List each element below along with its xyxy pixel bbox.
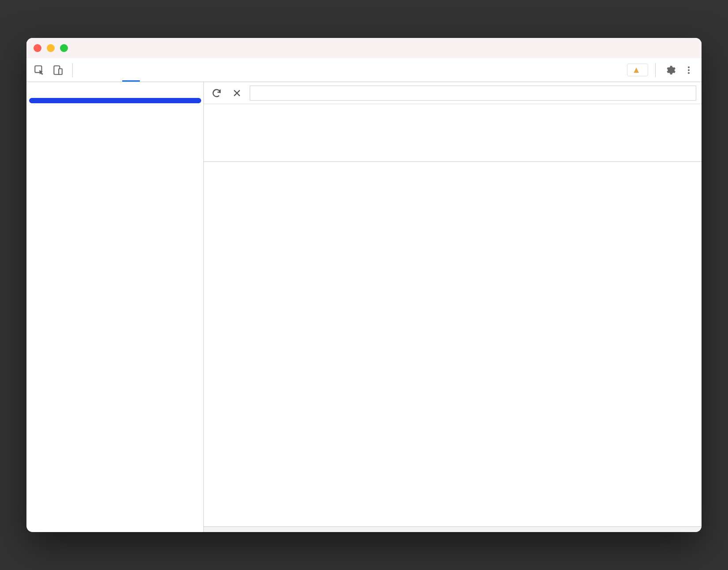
refresh-icon[interactable] <box>209 86 224 101</box>
svg-rect-2 <box>59 68 62 74</box>
filter-input[interactable] <box>250 86 696 101</box>
close-window-button[interactable] <box>34 44 41 52</box>
tab-application[interactable] <box>122 58 140 82</box>
divider <box>72 63 73 77</box>
application-sidebar <box>26 82 204 532</box>
warnings-badge[interactable]: ▲ <box>627 64 648 76</box>
device-toggle-icon[interactable] <box>50 63 65 78</box>
divider <box>655 63 656 77</box>
preview-placeholder <box>204 161 702 526</box>
background-services-section-label <box>26 94 203 98</box>
annotation-highlight <box>29 98 201 103</box>
tab-sources[interactable] <box>105 58 122 82</box>
storage-section-label <box>26 82 203 86</box>
kebab-menu-icon[interactable] <box>681 63 696 78</box>
tab-elements[interactable] <box>87 58 105 82</box>
warning-triangle-icon: ▲ <box>632 65 641 75</box>
footer-total-entries <box>204 526 702 532</box>
settings-gear-icon[interactable] <box>663 63 678 78</box>
tab-console[interactable] <box>140 58 158 82</box>
svg-point-5 <box>688 72 690 74</box>
cache-toolbar <box>204 82 702 104</box>
titlebar <box>26 38 702 58</box>
panel-tabs <box>87 58 175 82</box>
tabs-overflow[interactable] <box>158 58 175 82</box>
svg-point-4 <box>688 69 690 71</box>
minimize-window-button[interactable] <box>47 44 55 52</box>
devtools-window: ▲ <box>26 38 702 532</box>
delete-icon[interactable] <box>229 86 244 101</box>
cache-storage-panel <box>204 82 702 532</box>
traffic-lights <box>34 44 68 52</box>
inspect-element-icon[interactable] <box>32 63 47 78</box>
devtools-toolbar: ▲ <box>26 58 702 82</box>
svg-point-3 <box>688 66 690 68</box>
zoom-window-button[interactable] <box>60 44 68 52</box>
